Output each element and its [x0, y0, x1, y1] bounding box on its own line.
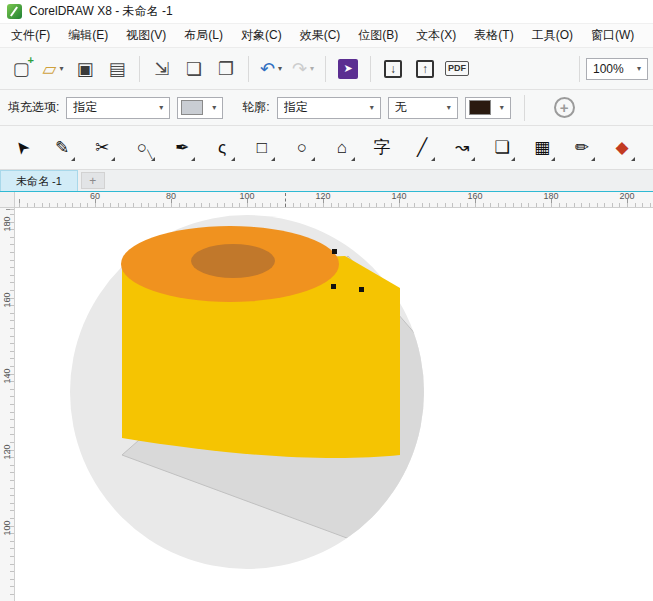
eyedropper-tool[interactable]: ✏ [567, 133, 597, 163]
zoom-level-select-value: 100% [593, 62, 624, 76]
chevron-down-icon[interactable]: ▾ [59, 64, 63, 73]
selection-handle[interactable] [332, 249, 337, 254]
flyout-indicator [71, 157, 75, 161]
ellipse-tool[interactable]: ○ [287, 133, 317, 163]
flyout-indicator [111, 157, 115, 161]
transparency-tool[interactable]: ❏ [487, 133, 517, 163]
flyout-indicator [631, 157, 635, 161]
chevron-down-icon[interactable]: ▾ [153, 103, 169, 112]
menu-text[interactable]: 文本(X) [407, 23, 465, 48]
print-icon[interactable]: ▤ [103, 54, 131, 84]
chevron-down-icon[interactable]: ▾ [206, 103, 222, 112]
pick-tool[interactable]: ➤ [7, 133, 37, 163]
flyout-indicator [271, 157, 275, 161]
line-tool[interactable]: ╱ [407, 133, 437, 163]
menu-layout[interactable]: 布局(L) [175, 23, 232, 48]
fill-type-select[interactable]: 指定 ▾ [66, 97, 170, 119]
window-title: CorelDRAW X8 - 未命名 -1 [29, 3, 173, 20]
flyout-indicator [471, 157, 475, 161]
menu-table[interactable]: 表格(T) [465, 23, 522, 48]
chevron-down-icon[interactable]: ▾ [278, 64, 282, 73]
zoom-tool[interactable]: ○╲ [127, 133, 157, 163]
undo-icon[interactable]: ↶▾ [257, 54, 285, 84]
new-document-tab-button[interactable]: + [81, 172, 105, 189]
drawing-canvas[interactable] [15, 208, 653, 601]
menu-object[interactable]: 对象(C) [232, 23, 291, 48]
download-content-icon[interactable]: ↓ [379, 54, 407, 84]
toolbar-separator [325, 56, 326, 82]
app-icon [7, 4, 22, 19]
text-tool[interactable]: 字 [367, 133, 397, 163]
menu-file[interactable]: 文件(F) [2, 23, 59, 48]
zoom-tool-glyph: ○ [137, 139, 147, 156]
mesh-fill-tool-glyph: ▦ [534, 139, 550, 156]
standard-toolbar: ▢+▱▾▣▤⇲❏❐↶▾↷▾➤↓↑PDF100%▾ [0, 48, 653, 90]
flyout-indicator [231, 157, 235, 161]
ruler-number: 60 [90, 192, 100, 201]
shape-tool[interactable]: ✎ [47, 133, 77, 163]
chevron-down-icon[interactable]: ▾ [631, 64, 647, 73]
document-tab[interactable]: 未命名 -1 [0, 170, 78, 191]
polyline-tool[interactable]: ↝ [447, 133, 477, 163]
redo-icon-glyph: ↷ [292, 60, 307, 78]
fill-color-picker[interactable]: ▾ [177, 97, 223, 119]
horizontal-ruler[interactable]: 6080100120140160180200 [15, 192, 653, 208]
outline-type-select[interactable]: 指定 ▾ [277, 97, 381, 119]
import-icon[interactable]: ⇲ [148, 54, 176, 84]
outline-color-picker[interactable]: ▾ [465, 97, 511, 119]
flyout-indicator [191, 157, 195, 161]
ruler-number: 80 [166, 192, 176, 201]
toolbox: ➤✎✂○╲✒ς□○⌂字╱↝❏▦✏◆ [0, 126, 653, 170]
toolbar-separator [139, 56, 140, 82]
pdf-icon[interactable]: PDF [443, 54, 471, 84]
pdf-icon-glyph: PDF [445, 61, 469, 76]
polygon-tool-glyph: ⌂ [337, 139, 347, 156]
menu-tools[interactable]: 工具(O) [523, 23, 582, 48]
roll-hole-shape[interactable] [191, 244, 275, 278]
vertical-ruler[interactable]: 180160140120100 [0, 208, 15, 601]
polygon-tool[interactable]: ⌂ [327, 133, 357, 163]
add-preset-button[interactable]: + [554, 97, 575, 118]
property-bar: 填充选项: 指定 ▾ ▾ 轮廓: 指定 ▾ 无 ▾ ▾ + [0, 90, 653, 126]
smart-fill-tool[interactable]: ◆ [607, 133, 637, 163]
toolbar-separator [248, 56, 249, 82]
rectangle-tool[interactable]: □ [247, 133, 277, 163]
open-folder-icon[interactable]: ▱▾ [39, 54, 67, 84]
menu-bitmaps[interactable]: 位图(B) [349, 23, 407, 48]
chevron-down-icon[interactable]: ▾ [310, 64, 314, 73]
outline-color-swatch [469, 100, 491, 115]
menu-effects[interactable]: 效果(C) [291, 23, 350, 48]
ruler-number: 140 [391, 192, 406, 201]
save-icon[interactable]: ▣ [71, 54, 99, 84]
new-document-icon[interactable]: ▢+ [7, 54, 35, 84]
menu-edit[interactable]: 编辑(E) [59, 23, 117, 48]
chevron-down-icon[interactable]: ▾ [364, 103, 380, 112]
crop-tool[interactable]: ✂ [87, 133, 117, 163]
artistic-media-tool[interactable]: ς [207, 133, 237, 163]
mesh-fill-tool[interactable]: ▦ [527, 133, 557, 163]
canvas-row: 180160140120100 [0, 208, 653, 601]
outline-label: 轮廓: [242, 99, 269, 116]
freehand-tool[interactable]: ✒ [167, 133, 197, 163]
ruler-origin[interactable] [0, 192, 15, 208]
ruler-number: 160 [3, 292, 12, 307]
chevron-down-icon[interactable]: ▾ [441, 103, 457, 112]
selection-handle[interactable] [359, 287, 364, 292]
launchpad-icon[interactable]: ➤ [334, 54, 362, 84]
upload-content-icon[interactable]: ↑ [411, 54, 439, 84]
text-tool-glyph: 字 [374, 139, 391, 156]
chevron-down-icon[interactable]: ▾ [494, 103, 510, 112]
outline-width-select[interactable]: 无 ▾ [388, 97, 458, 119]
copy-icon[interactable]: ❏ [180, 54, 208, 84]
flyout-indicator [511, 157, 515, 161]
zoom-level-select[interactable]: 100%▾ [586, 58, 648, 80]
menu-window[interactable]: 窗口(W) [582, 23, 643, 48]
upload-content-icon-glyph: ↑ [416, 60, 434, 78]
fill-options-label: 填充选项: [8, 99, 59, 116]
selection-handle[interactable] [331, 284, 336, 289]
paste-icon[interactable]: ❐ [212, 54, 240, 84]
toolbar-separator [370, 56, 371, 82]
ruler-guide-marker [285, 193, 286, 207]
flyout-indicator [351, 157, 355, 161]
menu-view[interactable]: 视图(V) [117, 23, 175, 48]
